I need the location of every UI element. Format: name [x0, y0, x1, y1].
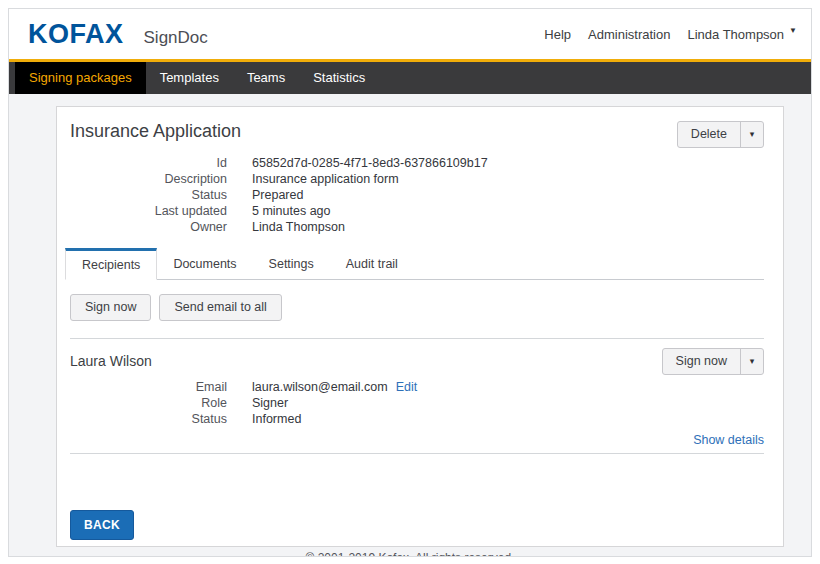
recipient-sign-now-dropdown-toggle[interactable]: ▾ [740, 349, 763, 374]
detail-row: Email laura.wilson@email.com Edit [70, 379, 764, 395]
tab-documents[interactable]: Documents [157, 248, 252, 279]
package-owner-value: Linda Thompson [252, 219, 345, 235]
detail-row: Last updated 5 minutes ago [70, 203, 764, 219]
kofax-logo: KOFAX [28, 18, 124, 51]
detail-row: Owner Linda Thompson [70, 219, 764, 235]
recipient-header: Laura Wilson Sign now ▾ [70, 348, 764, 375]
show-details-link[interactable]: Show details [693, 433, 764, 447]
back-button[interactable]: BACK [70, 510, 134, 540]
send-email-to-all-button[interactable]: Send email to all [159, 294, 281, 321]
divider [70, 338, 764, 339]
delete-split-button: Delete ▾ [677, 121, 764, 148]
detail-label: Owner [70, 219, 227, 235]
tab-audit-trail[interactable]: Audit trail [330, 248, 414, 279]
main-nav: Signing packages Templates Teams Statist… [9, 62, 811, 94]
detail-row: Id 65852d7d-0285-4f71-8ed3-637866109b17 [70, 155, 764, 171]
nav-item-teams[interactable]: Teams [233, 62, 299, 94]
package-last-updated-value: 5 minutes ago [252, 203, 331, 219]
help-link[interactable]: Help [544, 27, 571, 42]
detail-row: Role Signer [70, 395, 764, 411]
recipient-sign-now-button[interactable]: Sign now [663, 349, 740, 374]
detail-label: Email [70, 379, 227, 395]
administration-link[interactable]: Administration [588, 27, 670, 42]
app-header: KOFAX SignDoc Help Administration Linda … [9, 9, 811, 59]
footer-copyright: © 2001-2019 Kofax. All rights reserved. [9, 551, 811, 557]
package-description-value: Insurance application form [252, 171, 399, 187]
caret-down-icon: ▾ [750, 357, 755, 366]
nav-item-statistics[interactable]: Statistics [299, 62, 379, 94]
sign-now-button[interactable]: Sign now [70, 294, 151, 321]
recipient-actions: Sign now Send email to all [70, 294, 764, 321]
user-menu[interactable]: Linda Thompson ▼ [687, 27, 797, 42]
header-menu: Help Administration Linda Thompson ▼ [544, 27, 797, 42]
detail-label: Last updated [70, 203, 227, 219]
detail-row: Description Insurance application form [70, 171, 764, 187]
divider [70, 453, 764, 454]
caret-down-icon: ▾ [750, 130, 755, 139]
content-area: Insurance Application Delete ▾ Id 65852d… [9, 106, 811, 557]
package-id-value: 65852d7d-0285-4f71-8ed3-637866109b17 [252, 155, 488, 171]
nav-item-signing-packages[interactable]: Signing packages [15, 62, 146, 94]
package-status-value: Prepared [252, 187, 303, 203]
show-details-row: Show details [70, 433, 764, 447]
recipient-status-value: Informed [252, 411, 301, 427]
recipient-details: Email laura.wilson@email.com Edit Role S… [70, 379, 764, 427]
detail-label: Status [70, 187, 227, 203]
recipient-role-value: Signer [252, 395, 288, 411]
detail-label: Id [70, 155, 227, 171]
user-name: Linda Thompson [687, 27, 784, 42]
detail-label: Description [70, 171, 227, 187]
page-title: Insurance Application [70, 121, 241, 142]
product-name: SignDoc [144, 28, 208, 48]
card-header: Insurance Application Delete ▾ [70, 121, 764, 149]
caret-down-icon: ▼ [789, 27, 797, 35]
tab-recipients[interactable]: Recipients [65, 248, 157, 280]
detail-row: Status Prepared [70, 187, 764, 203]
detail-label: Role [70, 395, 227, 411]
delete-dropdown-toggle[interactable]: ▾ [740, 122, 763, 147]
nav-item-templates[interactable]: Templates [146, 62, 233, 94]
detail-label: Status [70, 411, 227, 427]
recipient-sign-now-split-button: Sign now ▾ [662, 348, 764, 375]
package-details: Id 65852d7d-0285-4f71-8ed3-637866109b17 … [70, 155, 764, 235]
recipient-email-value: laura.wilson@email.com [252, 379, 388, 395]
delete-button[interactable]: Delete [678, 122, 740, 147]
recipient-name: Laura Wilson [70, 348, 152, 369]
brand: KOFAX SignDoc [28, 19, 208, 50]
detail-row: Status Informed [70, 411, 764, 427]
signing-package-card: Insurance Application Delete ▾ Id 65852d… [56, 106, 784, 547]
edit-email-link[interactable]: Edit [396, 379, 418, 395]
package-tabs: Recipients Documents Settings Audit trai… [70, 248, 764, 280]
app-viewport: KOFAX SignDoc Help Administration Linda … [8, 8, 812, 557]
tab-settings[interactable]: Settings [253, 248, 330, 279]
